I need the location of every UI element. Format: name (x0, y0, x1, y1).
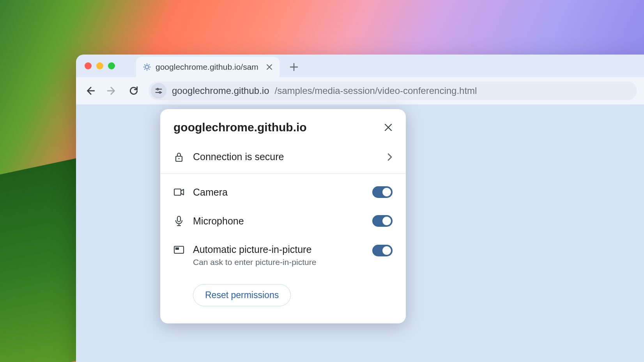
pip-toggle[interactable] (372, 245, 393, 256)
microphone-icon (173, 215, 184, 226)
permission-sublabel: Can ask to enter picture-in-picture (193, 258, 364, 267)
connection-secure-label: Connection is secure (193, 151, 379, 162)
minimize-window-button[interactable] (96, 62, 103, 69)
permission-pip-row: Automatic picture-in-picture Can ask to … (160, 235, 406, 275)
popup-title: googlechrome.github.io (173, 121, 307, 134)
svg-rect-8 (175, 247, 179, 250)
picture-in-picture-icon (173, 245, 184, 254)
popup-close-button[interactable] (384, 123, 393, 132)
close-tab-button[interactable] (266, 64, 272, 70)
maximize-window-button[interactable] (108, 62, 115, 69)
microphone-toggle[interactable] (372, 215, 393, 227)
permission-label: Microphone (193, 215, 364, 227)
browser-window: googlechrome.github.io/sam googlechrome.… (76, 55, 644, 362)
permission-camera-row: Camera (160, 178, 406, 207)
back-button[interactable] (83, 84, 97, 98)
favicon-icon (143, 63, 151, 71)
forward-button[interactable] (105, 84, 119, 98)
tab-title: googlechrome.github.io/sam (156, 62, 258, 72)
close-window-button[interactable] (85, 62, 92, 69)
site-info-popup: googlechrome.github.io Connection is sec… (160, 109, 406, 323)
tab-strip: googlechrome.github.io/sam (76, 55, 644, 77)
permission-label: Automatic picture-in-picture (193, 244, 364, 255)
new-tab-button[interactable] (290, 57, 298, 77)
permission-label: Camera (193, 187, 364, 198)
svg-rect-6 (177, 216, 180, 222)
window-controls (85, 62, 115, 69)
camera-icon (173, 188, 184, 196)
address-bar[interactable]: googlechrome.github.io/samples/media-ses… (149, 81, 637, 100)
url-path: /samples/media-session/video-conferencin… (275, 85, 477, 96)
camera-toggle[interactable] (372, 186, 393, 198)
site-info-button[interactable] (151, 83, 166, 99)
reset-permissions-button[interactable]: Reset permissions (193, 284, 291, 306)
reload-button[interactable] (127, 84, 141, 98)
connection-secure-row[interactable]: Connection is secure (160, 143, 406, 174)
lock-icon (173, 152, 184, 162)
url-host: googlechrome.github.io (172, 85, 269, 96)
svg-point-1 (157, 88, 159, 90)
browser-toolbar: googlechrome.github.io/samples/media-ses… (76, 77, 644, 104)
permission-microphone-row: Microphone (160, 207, 406, 235)
browser-tab[interactable]: googlechrome.github.io/sam (136, 57, 280, 77)
svg-point-0 (145, 65, 149, 69)
svg-point-4 (178, 158, 179, 159)
svg-point-2 (159, 92, 161, 93)
chevron-right-icon (387, 153, 393, 161)
svg-rect-5 (174, 189, 181, 195)
